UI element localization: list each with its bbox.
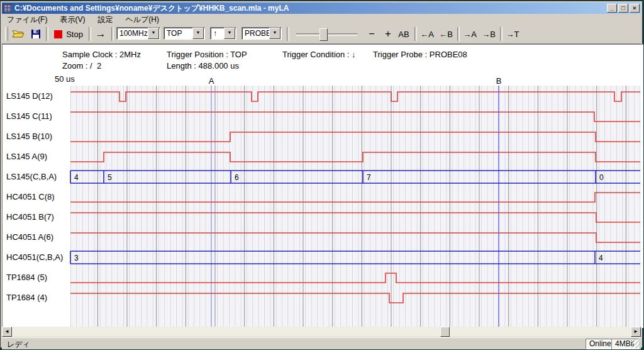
trigger-condition-info: Trigger Condition : ↓ <box>282 50 356 59</box>
zoom-in-button[interactable]: + <box>380 27 396 41</box>
zoom-info: Zoom : / 2 <box>62 61 101 71</box>
toolbar-separator <box>457 27 460 41</box>
chevron-down-icon[interactable]: ▼ <box>148 28 159 39</box>
goto-a-button[interactable]: →A <box>461 27 479 41</box>
zoom-slider-thumb[interactable] <box>319 28 328 41</box>
zoom-out-button[interactable]: − <box>364 27 379 41</box>
maximize-button[interactable]: □ <box>618 4 628 13</box>
marker-b-label: B <box>496 76 502 86</box>
toolbar-separator <box>89 27 91 41</box>
signal-label: LS145 B(10) <box>6 132 52 142</box>
move-a-here-button[interactable]: ←A <box>418 27 436 41</box>
statusbar: レディ Online 4MBit <box>2 337 641 349</box>
trigger-position-info: Trigger Position : TOP <box>167 50 247 59</box>
sample-clock-info: Sample Clock : 2MHz <box>62 50 141 59</box>
scroll-right-button[interactable]: ► <box>631 327 641 337</box>
toolbar-separator <box>46 27 48 41</box>
signal-label: LS145 D(12) <box>6 91 53 101</box>
probe-select[interactable]: PROBE00 ▼ <box>242 27 282 40</box>
goto-b-button[interactable]: →B <box>480 27 497 41</box>
resize-grip[interactable] <box>632 340 640 348</box>
scroll-left-button[interactable]: ◄ <box>2 327 12 337</box>
toolbar: Stop → 100MHz ▼ TOP ▼ ↑ ▼ PROBE00 ▼ − + … <box>2 25 641 44</box>
minimize-button[interactable]: _ <box>607 4 617 13</box>
toolbar-separator <box>111 27 114 41</box>
bus-value: 5 <box>108 173 112 182</box>
signal-label: LS145(C,B,A) <box>6 172 57 182</box>
bus-value: 3 <box>74 254 79 262</box>
open-file-button[interactable] <box>11 27 26 41</box>
screen: C:¥Documents and Settings¥noname¥デスクトップ¥… <box>0 0 644 350</box>
marker-a-label: A <box>209 76 214 86</box>
folder-open-icon <box>12 29 25 39</box>
window-title: C:¥Documents and Settings¥noname¥デスクトップ¥… <box>14 3 606 14</box>
signal-label: HC4051 B(7) <box>6 212 54 222</box>
bus-value: 0 <box>599 173 604 182</box>
signal-label: LS145 C(11) <box>6 111 52 121</box>
app-window: C:¥Documents and Settings¥noname¥デスクトップ¥… <box>0 1 643 348</box>
trigger-edge-select[interactable]: ↑ ▼ <box>210 27 236 40</box>
goto-trigger-button[interactable]: →T <box>504 27 521 41</box>
save-button[interactable] <box>28 27 43 41</box>
signal-label: HC4051 C(8) <box>6 192 55 202</box>
status-ready-text: レディ <box>7 339 30 350</box>
trigger-edge-value: ↑ <box>211 29 224 38</box>
stop-label: Stop <box>66 30 83 39</box>
signal-label: TP1684 (4) <box>6 293 47 303</box>
toolbar-separator <box>414 27 417 41</box>
stop-button[interactable]: Stop <box>51 27 86 41</box>
close-button[interactable]: × <box>630 4 640 13</box>
bus-value: 4 <box>599 254 603 262</box>
ab-button[interactable]: AB <box>396 27 412 41</box>
sample-rate-select[interactable]: 100MHz ▼ <box>116 27 160 40</box>
menu-file[interactable]: ファイル(F) <box>2 14 52 26</box>
hscroll-thumb[interactable] <box>440 327 450 337</box>
bus-value: 7 <box>367 173 371 182</box>
bus-value: 6 <box>235 173 239 182</box>
menu-settings[interactable]: 設定 <box>92 14 118 26</box>
signal-label: HC4051 A(6) <box>6 232 53 242</box>
trigger-position-select[interactable]: TOP ▼ <box>164 27 205 40</box>
move-b-here-button[interactable]: ←B <box>437 27 455 41</box>
menu-help[interactable]: ヘルプ(H) <box>120 14 164 26</box>
status-online-badge: Online <box>586 339 613 349</box>
sample-rate-value: 100MHz <box>117 29 148 38</box>
floppy-disk-icon <box>31 29 41 39</box>
signal-label: TP1684 (5) <box>6 273 47 283</box>
chevron-down-icon[interactable]: ▼ <box>192 28 204 39</box>
run-button[interactable]: → <box>92 27 109 41</box>
toolbar-separator <box>500 27 502 41</box>
toolbar-separator <box>287 27 289 41</box>
signal-label: LS145 A(9) <box>6 152 47 162</box>
titlebar[interactable]: C:¥Documents and Settings¥noname¥デスクトップ¥… <box>2 3 641 14</box>
chevron-down-icon[interactable]: ▼ <box>269 28 280 39</box>
waveform-plot[interactable]: 50 usAB4567034 <box>54 73 640 327</box>
trigger-probe-info: Trigger Probe : PROBE08 <box>373 50 467 59</box>
menubar: ファイル(F) 表示(V) 設定 ヘルプ(H) <box>2 14 641 25</box>
length-info: Length : 488.000 us <box>167 61 239 71</box>
app-icon <box>3 4 12 13</box>
bus-value: 4 <box>74 173 79 182</box>
timebase-label: 50 us <box>55 74 75 84</box>
capture-view: Sample Clock : 2MHz Trigger Position : T… <box>2 44 643 328</box>
stop-icon <box>54 30 62 38</box>
menu-view[interactable]: 表示(V) <box>55 14 90 26</box>
chevron-down-icon[interactable]: ▼ <box>224 28 235 39</box>
probe-value: PROBE00 <box>242 29 269 38</box>
toolbar-grip <box>5 27 8 41</box>
trigger-position-value: TOP <box>164 29 192 38</box>
horizontal-scrollbar[interactable]: ◄ ► <box>2 327 641 337</box>
